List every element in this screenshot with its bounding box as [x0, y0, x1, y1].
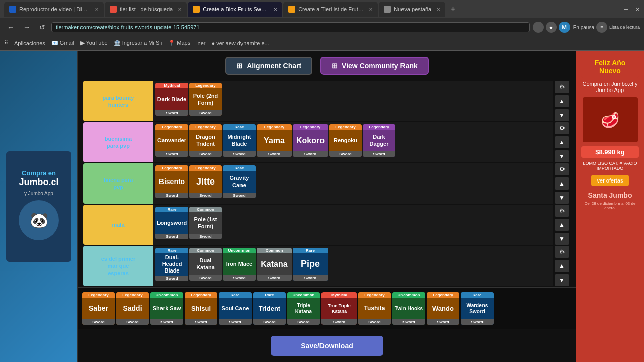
tab-close[interactable]: ✕ [436, 7, 440, 12]
bookmark-youtube[interactable]: ▶ YouTube [80, 40, 108, 46]
tab-close[interactable]: ✕ [273, 7, 277, 12]
tab-disney[interactable]: Reproductor de video | Disney+ ✕ [4, 2, 104, 17]
tier-label-link-3[interactable]: buena parapvp [104, 176, 133, 191]
card-pipe[interactable]: Rare Pipe Sword [293, 248, 328, 281]
card-bisento[interactable]: Legendary Bisento Sword [155, 165, 188, 198]
tier-settings-button[interactable]: ⚙ [555, 246, 569, 258]
card-longsword[interactable]: Rare Longsword Sword [155, 207, 188, 239]
tier-content-2[interactable]: Legendary Canvander Sword Legendary Drag… [153, 122, 553, 162]
tier-up-button[interactable]: ▲ [555, 136, 569, 148]
tray-card-shisui[interactable]: Legendary Shisui Sword [185, 292, 217, 325]
right-ad-price: $8.990 kg [581, 146, 639, 158]
card-dark-blade[interactable]: Mythical Dark Blade Sword [155, 83, 188, 116]
tier-content-4[interactable]: Rare Longsword Sword Common Pole (1st Fo… [153, 205, 553, 245]
community-rank-button[interactable]: ⊞ View Community Rank [320, 57, 429, 75]
card-katana[interactable]: Common Katana Sword [257, 248, 292, 281]
card-dark-dagger[interactable]: Legendary Dark Dagger Sword [363, 124, 395, 157]
tier-controls-2: ⚙ ▲ ▼ [553, 122, 571, 162]
card-type: Sword [155, 151, 188, 157]
tier-label-link-5[interactable]: es del primermar queesperas [101, 255, 135, 277]
extensions-icon[interactable]: ⋮ [533, 22, 544, 33]
tier-up-button[interactable]: ▲ [555, 177, 569, 190]
bookmark-sii[interactable]: 🏦 Ingresar a Mi Sii [114, 40, 163, 46]
card-kokoro[interactable]: Legendary Kokoro Sword [293, 124, 328, 157]
tier-settings-button[interactable]: ⚙ [555, 122, 569, 134]
tab-blox-swords[interactable]: Create a Blox Fruits Swords (up... ✕ [188, 2, 282, 17]
tray-card-soul-cane[interactable]: Rare Soul Cane Sword [219, 292, 252, 325]
card-dragon-trident[interactable]: Legendary Dragon Trident Sword [189, 124, 222, 157]
bookmark-icon[interactable]: ★ [546, 22, 557, 33]
tier-down-button[interactable]: ▼ [555, 150, 569, 162]
maximize-button[interactable]: □ [630, 6, 633, 12]
tier-settings-button[interactable]: ⚙ [555, 81, 569, 93]
tray-card-saddi[interactable]: Legendary Saddi Sword [116, 292, 149, 325]
card-name: Saber [82, 298, 115, 319]
tier-label-link-4[interactable]: mala [112, 221, 124, 228]
bookmark-gmail[interactable]: 📧 Gmail [51, 40, 74, 46]
bookmark-aew[interactable]: ● ver aew dynamite e... [211, 40, 269, 46]
tier-down-button[interactable]: ▼ [555, 274, 569, 286]
back-button[interactable]: ← [4, 21, 17, 33]
close-button[interactable]: ✕ [635, 6, 640, 13]
bottom-tray[interactable]: Legendary Saber Sword Legendary Saddi Sw… [78, 287, 576, 329]
right-ad-cta-button[interactable]: ver ofertas [591, 175, 629, 186]
tray-card-saber[interactable]: Legendary Saber Sword [82, 292, 115, 325]
card-iron-mace[interactable]: Uncommon Iron Mace Sword [223, 248, 256, 281]
tray-card-twin-hooks[interactable]: Uncommon Twin Hooks Sword [392, 292, 425, 325]
right-ad: Feliz Año Nuevo Compra en Jumbo.cl y Jum… [576, 51, 644, 362]
profile-icon[interactable]: M [559, 22, 570, 33]
tray-card-triple-katana[interactable]: Uncommon Triple Katana Sword [287, 292, 320, 325]
tab-close[interactable]: ✕ [369, 7, 373, 12]
new-tab-button[interactable]: + [446, 4, 460, 15]
tier-label-link-1[interactable]: para bountyhunters [103, 94, 134, 109]
tab-new-tab[interactable]: Nueva pestaña ✕ [379, 2, 445, 17]
tier-down-button[interactable]: ▼ [555, 192, 569, 204]
forward-button[interactable]: → [20, 21, 33, 33]
tier-content-3[interactable]: Legendary Bisento Sword Legendary Jitte … [153, 163, 553, 204]
card-dual-katana[interactable]: Common Dual Katana Sword [189, 248, 222, 281]
bookmark-iner[interactable]: iner [196, 40, 205, 46]
card-type: Sword [253, 319, 286, 325]
minimize-button[interactable]: ─ [624, 6, 628, 12]
tab-close[interactable]: ✕ [95, 7, 99, 12]
alignment-chart-button[interactable]: ⊞ Alignment Chart [225, 57, 312, 75]
tier-down-button[interactable]: ▼ [555, 233, 569, 245]
card-dual-headed-blade[interactable]: Rare Dual-Headed Blade Sword [155, 248, 188, 281]
tray-card-wardens-sword[interactable]: Rare Wardens Sword Sword [461, 292, 494, 325]
tier-up-button[interactable]: ▲ [555, 219, 569, 231]
tier-up-button[interactable]: ▲ [555, 95, 569, 107]
card-pole2[interactable]: Legendary Pole (2nd Form) Sword [189, 83, 222, 116]
tier-label-link-2[interactable]: buenisimapara pvp [105, 135, 132, 150]
tier-up-button[interactable]: ▲ [555, 260, 569, 272]
card-canvander[interactable]: Legendary Canvander Sword [155, 124, 188, 157]
tier-settings-button[interactable]: ⚙ [555, 163, 569, 175]
card-name: Katana [257, 253, 292, 275]
tab-tierlist-frutas[interactable]: Create a TierList de Frutas (Blox... ✕ [283, 2, 378, 17]
apps-icon[interactable]: ⠿ [4, 40, 8, 46]
tray-card-true-triple-katana[interactable]: Mythical True Triple Katana Sword [321, 292, 357, 325]
tray-card-shark-saw[interactable]: Uncommon Shark Saw Sword [150, 292, 183, 325]
tier-content-1[interactable]: Mythical Dark Blade Sword Legendary Pole… [153, 81, 553, 121]
card-midnight-blade[interactable]: Rare Midnight Blade Sword [223, 124, 256, 157]
card-pole1[interactable]: Common Pole (1st Form) Sword [189, 207, 222, 239]
bookmark-aplicaciones[interactable]: Aplicaciones [14, 40, 45, 46]
tab-close[interactable]: ✕ [178, 7, 182, 12]
tab-tierlist-search[interactable]: tier list - de búsqueda ✕ [105, 2, 187, 17]
card-jitte[interactable]: Legendary Jitte Sword [189, 165, 222, 198]
tier-down-button[interactable]: ▼ [555, 109, 569, 121]
tray-card-wando[interactable]: Legendary Wando Sword [427, 292, 459, 325]
bookmark-maps[interactable]: 📍 Maps [168, 40, 190, 46]
card-yama[interactable]: Legendary Yama Sword [257, 124, 292, 157]
card-rengoku[interactable]: Legendary Rengoku Sword [329, 124, 362, 157]
tier-settings-button[interactable]: ⚙ [555, 205, 569, 217]
tier-content-5[interactable]: Rare Dual-Headed Blade Sword Common Dual… [153, 246, 553, 286]
card-gravity-cane[interactable]: Rare Gravity Cane Sword [223, 165, 256, 198]
save-download-button[interactable]: Save/Download [271, 336, 383, 356]
reload-button[interactable]: ↺ [36, 21, 48, 33]
card-rarity: Legendary [189, 165, 222, 171]
card-name: Twin Hooks [392, 298, 425, 319]
tray-card-trident[interactable]: Rare Trident Sword [253, 292, 286, 325]
reading-list-icon[interactable]: ≡ [596, 22, 607, 33]
address-bar[interactable] [51, 22, 530, 32]
tray-card-tushita[interactable]: Legendary Tushita Sword [358, 292, 391, 325]
